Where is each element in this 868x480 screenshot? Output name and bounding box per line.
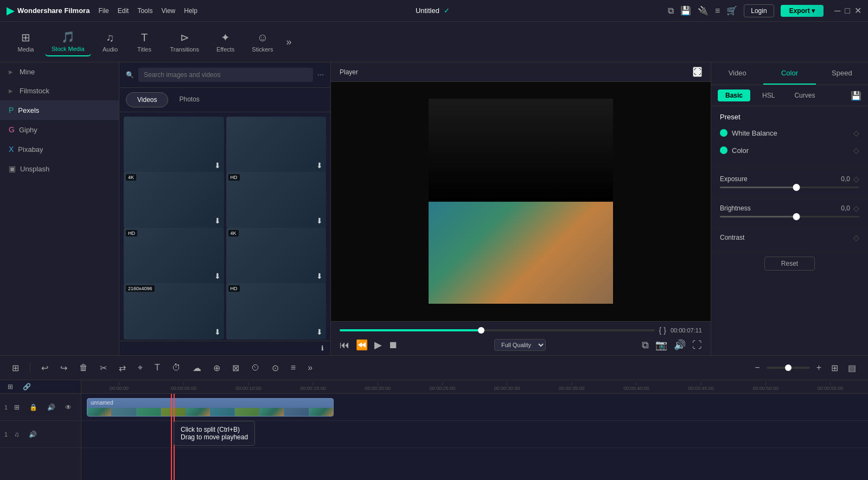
tab-color[interactable]: Color xyxy=(763,62,815,85)
tl-swap-btn[interactable]: ⇄ xyxy=(116,361,129,375)
tl-timer-btn[interactable]: ⏱ xyxy=(169,361,184,375)
tl-zoom-slider[interactable] xyxy=(767,367,810,369)
tl-mask-btn[interactable]: ☁ xyxy=(189,361,205,375)
tl-more-btn[interactable]: » xyxy=(304,361,316,375)
tl-zoom-out-btn[interactable]: − xyxy=(751,361,763,375)
login-button[interactable]: Login xyxy=(744,4,774,17)
media-thumb-8[interactable]: HD ⬇ xyxy=(226,283,327,340)
download-icon-6[interactable]: ⬇ xyxy=(316,272,323,280)
pip-btn[interactable]: ⧉ xyxy=(642,340,649,351)
sidebar-item-pixabay[interactable]: X Pixabay xyxy=(0,139,119,159)
color-toggle[interactable] xyxy=(720,146,727,154)
track-lock-btn[interactable]: 🔒 xyxy=(26,401,41,413)
bracket-out[interactable]: } xyxy=(663,326,666,335)
step-back-btn[interactable]: ⏪ xyxy=(356,339,368,351)
tl-redo-btn[interactable]: ↪ xyxy=(57,361,71,375)
menu-tools[interactable]: Tools xyxy=(137,7,152,15)
download-icon-7[interactable]: ⬇ xyxy=(214,328,221,336)
tool-effects[interactable]: ✦ Effects xyxy=(210,28,241,56)
close-btn[interactable]: ✕ xyxy=(854,5,861,16)
download-icon-1[interactable]: ⬇ xyxy=(214,161,221,170)
tl-layout-btn[interactable]: ⊞ xyxy=(9,361,22,375)
cart-btn[interactable]: 🛒 xyxy=(726,5,737,16)
tl-grid-btn[interactable]: ⊞ xyxy=(828,361,841,375)
stop-btn[interactable]: ⏹ xyxy=(388,340,398,351)
toolbar-more-btn[interactable]: » xyxy=(286,36,291,48)
brightness-slider[interactable] xyxy=(720,216,859,217)
subtab-hsl[interactable]: HSL xyxy=(755,89,782,101)
fullscreen-btn[interactable]: ⛶ xyxy=(692,340,702,351)
tool-stock-media[interactable]: 🎵 Stock Media xyxy=(45,27,91,56)
minimize-btn[interactable]: ─ xyxy=(834,5,840,16)
search-input[interactable] xyxy=(138,68,313,82)
tl-crop-btn[interactable]: ⌖ xyxy=(135,361,146,375)
brightness-diamond-btn[interactable]: ◇ xyxy=(853,204,859,213)
tl-speed-btn[interactable]: ⏲ xyxy=(248,361,263,375)
track-mute-btn[interactable]: 🔊 xyxy=(44,401,59,413)
tl-undo-btn[interactable]: ↩ xyxy=(38,361,52,375)
exposure-diamond-btn[interactable]: ◇ xyxy=(853,175,859,183)
media-thumb-1[interactable]: ⬇ xyxy=(124,117,224,173)
media-thumb-7[interactable]: 2160x4096 ⬇ xyxy=(124,283,224,340)
player-fullscreen-btn[interactable]: ⛶ xyxy=(693,67,702,77)
tl-delete-btn[interactable]: 🗑 xyxy=(76,361,91,375)
tl-text-btn[interactable]: T xyxy=(151,361,163,375)
media-thumb-2[interactable]: ⬇ xyxy=(226,117,327,173)
sidebar-item-mine[interactable]: ▶ Mine xyxy=(0,62,119,81)
bracket-in[interactable]: { xyxy=(659,326,662,335)
screenshot-btn[interactable]: 📷 xyxy=(655,339,667,351)
maximize-btn[interactable]: □ xyxy=(845,5,850,16)
download-icon-5[interactable]: ⬇ xyxy=(214,272,221,280)
tab-speed[interactable]: Speed xyxy=(816,62,868,85)
sidebar-item-unsplash[interactable]: ▣ Unsplash xyxy=(0,159,119,178)
download-icon-8[interactable]: ⬇ xyxy=(316,328,323,336)
tab-photos[interactable]: Photos xyxy=(168,92,210,107)
subtab-curves[interactable]: Curves xyxy=(787,89,822,101)
menu-file[interactable]: File xyxy=(98,7,108,15)
subtab-basic[interactable]: Basic xyxy=(718,89,750,101)
save-preset-btn[interactable]: 💾 xyxy=(851,91,861,101)
download-icon-2[interactable]: ⬇ xyxy=(316,161,323,170)
info-icon[interactable]: ℹ xyxy=(321,344,324,352)
tl-add-track-btn[interactable]: ⊞ xyxy=(4,381,16,393)
sidebar-item-giphy[interactable]: G Giphy xyxy=(0,120,119,139)
tl-link-btn[interactable]: 🔗 xyxy=(20,381,34,393)
sidebar-item-pexels[interactable]: P Pexels xyxy=(0,100,119,120)
extension-btn[interactable]: 🔌 xyxy=(698,5,709,16)
tab-video[interactable]: Video xyxy=(711,62,763,85)
tab-videos[interactable]: Videos xyxy=(126,92,168,107)
color-diamond-btn[interactable]: ◇ xyxy=(853,146,859,155)
video-clip[interactable]: unnamed xyxy=(87,398,334,417)
download-icon-3[interactable]: ⬇ xyxy=(214,216,221,225)
tl-audio-btn[interactable]: ≡ xyxy=(288,361,299,375)
export-button[interactable]: Export ▾ xyxy=(781,5,824,17)
present-mode-btn[interactable]: ⧉ xyxy=(668,6,674,16)
cloud-save-btn[interactable]: 💾 xyxy=(680,5,691,16)
tl-zoom-in-btn[interactable]: + xyxy=(813,361,825,375)
tl-stabilize-btn[interactable]: ⊠ xyxy=(229,361,242,375)
progress-track[interactable] xyxy=(340,329,655,331)
media-thumb-6[interactable]: 4K ⬇ xyxy=(226,228,327,284)
progress-handle[interactable] xyxy=(478,327,484,334)
menu-edit[interactable]: Edit xyxy=(118,7,129,15)
sidebar-item-filmstock[interactable]: ▶ Filmstock xyxy=(0,81,119,100)
media-thumb-5[interactable]: HD ⬇ xyxy=(124,228,224,284)
white-balance-diamond-btn[interactable]: ◇ xyxy=(853,129,859,137)
contrast-diamond-btn[interactable]: ◇ xyxy=(853,233,859,242)
tl-list-btn[interactable]: ▤ xyxy=(845,361,859,375)
hamburger-btn[interactable]: ≡ xyxy=(715,6,720,16)
white-balance-toggle[interactable] xyxy=(720,129,727,137)
track-layout-btn[interactable]: ⊞ xyxy=(11,401,23,413)
track-visibility-btn[interactable]: 👁 xyxy=(62,401,75,413)
tl-ai-btn[interactable]: ⊙ xyxy=(269,361,282,375)
menu-help[interactable]: Help xyxy=(184,7,197,15)
media-thumb-3[interactable]: 4K ⬇ xyxy=(124,172,224,228)
tl-cut-btn[interactable]: ✂ xyxy=(97,361,110,375)
tool-stickers[interactable]: ☺ Stickers xyxy=(245,28,279,56)
menu-view[interactable]: View xyxy=(161,7,175,15)
exposure-slider[interactable] xyxy=(720,187,859,188)
track-audio-icon[interactable]: ♫ xyxy=(11,428,22,440)
search-more-icon[interactable]: ⋯ xyxy=(317,71,324,79)
reset-button[interactable]: Reset xyxy=(764,257,815,271)
rewind-btn[interactable]: ⏮ xyxy=(340,340,349,351)
